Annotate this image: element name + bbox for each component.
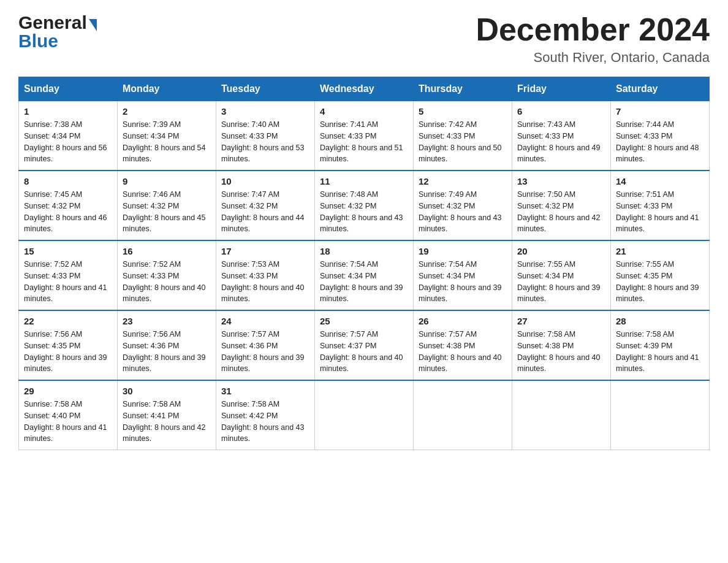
sunrise-label: Sunrise: 7:57 AM bbox=[221, 330, 279, 339]
table-row: 5 Sunrise: 7:42 AM Sunset: 4:33 PM Dayli… bbox=[414, 101, 512, 171]
day-info: Sunrise: 7:39 AM Sunset: 4:34 PM Dayligh… bbox=[123, 119, 211, 165]
day-number: 6 bbox=[517, 106, 605, 117]
day-info: Sunrise: 7:52 AM Sunset: 4:33 PM Dayligh… bbox=[123, 259, 211, 305]
daylight-label: Daylight: 8 hours and 51 minutes. bbox=[320, 144, 403, 164]
day-info: Sunrise: 7:56 AM Sunset: 4:36 PM Dayligh… bbox=[123, 329, 211, 375]
daylight-label: Daylight: 8 hours and 40 minutes. bbox=[419, 353, 502, 373]
sunrise-label: Sunrise: 7:48 AM bbox=[320, 190, 378, 199]
sunset-label: Sunset: 4:33 PM bbox=[320, 132, 376, 140]
sunset-label: Sunset: 4:36 PM bbox=[221, 342, 278, 350]
table-row: 14 Sunrise: 7:51 AM Sunset: 4:33 PM Dayl… bbox=[611, 170, 710, 240]
col-saturday: Saturday bbox=[611, 77, 710, 101]
col-tuesday: Tuesday bbox=[216, 77, 315, 101]
sunset-label: Sunset: 4:33 PM bbox=[123, 272, 179, 280]
sunrise-label: Sunrise: 7:54 AM bbox=[419, 260, 477, 269]
day-info: Sunrise: 7:54 AM Sunset: 4:34 PM Dayligh… bbox=[419, 259, 507, 305]
day-number: 16 bbox=[123, 246, 211, 256]
daylight-label: Daylight: 8 hours and 39 minutes. bbox=[320, 283, 403, 304]
table-row: 22 Sunrise: 7:56 AM Sunset: 4:35 PM Dayl… bbox=[19, 310, 118, 380]
day-number: 25 bbox=[320, 316, 408, 326]
daylight-label: Daylight: 8 hours and 49 minutes. bbox=[517, 144, 601, 164]
sunrise-label: Sunrise: 7:53 AM bbox=[221, 260, 279, 269]
table-row: 30 Sunrise: 7:58 AM Sunset: 4:41 PM Dayl… bbox=[118, 380, 216, 450]
table-row: 4 Sunrise: 7:41 AM Sunset: 4:33 PM Dayli… bbox=[315, 101, 414, 171]
daylight-label: Daylight: 8 hours and 40 minutes. bbox=[123, 283, 206, 304]
daylight-label: Daylight: 8 hours and 41 minutes. bbox=[616, 353, 699, 373]
day-number: 14 bbox=[616, 176, 704, 186]
header-row: Sunday Monday Tuesday Wednesday Thursday… bbox=[19, 77, 710, 101]
day-info: Sunrise: 7:57 AM Sunset: 4:38 PM Dayligh… bbox=[419, 329, 507, 375]
page-header: General Blue December 2024 South River, … bbox=[18, 12, 710, 66]
table-row bbox=[414, 380, 512, 450]
daylight-label: Daylight: 8 hours and 56 minutes. bbox=[24, 144, 107, 164]
day-info: Sunrise: 7:57 AM Sunset: 4:37 PM Dayligh… bbox=[320, 329, 408, 375]
sunset-label: Sunset: 4:40 PM bbox=[24, 412, 80, 420]
col-sunday: Sunday bbox=[19, 77, 118, 101]
sunrise-label: Sunrise: 7:58 AM bbox=[517, 330, 575, 339]
sunrise-label: Sunrise: 7:55 AM bbox=[616, 260, 674, 269]
sunrise-label: Sunrise: 7:45 AM bbox=[24, 190, 82, 199]
daylight-label: Daylight: 8 hours and 45 minutes. bbox=[123, 213, 206, 234]
sunset-label: Sunset: 4:32 PM bbox=[419, 202, 475, 210]
day-info: Sunrise: 7:53 AM Sunset: 4:33 PM Dayligh… bbox=[221, 259, 309, 305]
day-number: 12 bbox=[419, 176, 507, 186]
table-row: 18 Sunrise: 7:54 AM Sunset: 4:34 PM Dayl… bbox=[315, 240, 414, 310]
sunset-label: Sunset: 4:36 PM bbox=[123, 342, 179, 350]
sunset-label: Sunset: 4:32 PM bbox=[517, 202, 574, 210]
daylight-label: Daylight: 8 hours and 43 minutes. bbox=[221, 423, 305, 443]
table-row: 23 Sunrise: 7:56 AM Sunset: 4:36 PM Dayl… bbox=[118, 310, 216, 380]
daylight-label: Daylight: 8 hours and 42 minutes. bbox=[517, 213, 601, 234]
day-info: Sunrise: 7:46 AM Sunset: 4:32 PM Dayligh… bbox=[123, 189, 211, 235]
calendar-row: 8 Sunrise: 7:45 AM Sunset: 4:32 PM Dayli… bbox=[19, 170, 710, 240]
daylight-label: Daylight: 8 hours and 39 minutes. bbox=[123, 353, 206, 373]
daylight-label: Daylight: 8 hours and 40 minutes. bbox=[221, 283, 305, 304]
day-info: Sunrise: 7:58 AM Sunset: 4:39 PM Dayligh… bbox=[616, 329, 704, 375]
day-info: Sunrise: 7:50 AM Sunset: 4:32 PM Dayligh… bbox=[517, 189, 605, 235]
sunrise-label: Sunrise: 7:47 AM bbox=[221, 190, 279, 199]
day-info: Sunrise: 7:41 AM Sunset: 4:33 PM Dayligh… bbox=[320, 119, 408, 165]
table-row: 19 Sunrise: 7:54 AM Sunset: 4:34 PM Dayl… bbox=[414, 240, 512, 310]
table-row: 31 Sunrise: 7:58 AM Sunset: 4:42 PM Dayl… bbox=[216, 380, 315, 450]
table-row bbox=[512, 380, 611, 450]
daylight-label: Daylight: 8 hours and 39 minutes. bbox=[419, 283, 502, 304]
table-row: 28 Sunrise: 7:58 AM Sunset: 4:39 PM Dayl… bbox=[611, 310, 710, 380]
sunrise-label: Sunrise: 7:43 AM bbox=[517, 120, 575, 129]
daylight-label: Daylight: 8 hours and 41 minutes. bbox=[24, 423, 107, 443]
table-row: 6 Sunrise: 7:43 AM Sunset: 4:33 PM Dayli… bbox=[512, 101, 611, 171]
col-monday: Monday bbox=[118, 77, 216, 101]
daylight-label: Daylight: 8 hours and 48 minutes. bbox=[616, 144, 699, 164]
day-number: 1 bbox=[24, 106, 112, 117]
day-number: 27 bbox=[517, 316, 605, 326]
day-info: Sunrise: 7:49 AM Sunset: 4:32 PM Dayligh… bbox=[419, 189, 507, 235]
table-row bbox=[315, 380, 414, 450]
sunrise-label: Sunrise: 7:57 AM bbox=[419, 330, 477, 339]
day-number: 4 bbox=[320, 106, 408, 117]
sunrise-label: Sunrise: 7:54 AM bbox=[320, 260, 378, 269]
sunrise-label: Sunrise: 7:41 AM bbox=[320, 120, 378, 129]
table-row: 29 Sunrise: 7:58 AM Sunset: 4:40 PM Dayl… bbox=[19, 380, 118, 450]
day-number: 19 bbox=[419, 246, 507, 256]
sunrise-label: Sunrise: 7:55 AM bbox=[517, 260, 575, 269]
sunrise-label: Sunrise: 7:51 AM bbox=[616, 190, 674, 199]
table-row: 25 Sunrise: 7:57 AM Sunset: 4:37 PM Dayl… bbox=[315, 310, 414, 380]
sunrise-label: Sunrise: 7:42 AM bbox=[419, 120, 477, 129]
calendar-row: 1 Sunrise: 7:38 AM Sunset: 4:34 PM Dayli… bbox=[19, 101, 710, 171]
table-row: 13 Sunrise: 7:50 AM Sunset: 4:32 PM Dayl… bbox=[512, 170, 611, 240]
table-row: 2 Sunrise: 7:39 AM Sunset: 4:34 PM Dayli… bbox=[118, 101, 216, 171]
table-row: 21 Sunrise: 7:55 AM Sunset: 4:35 PM Dayl… bbox=[611, 240, 710, 310]
table-row: 27 Sunrise: 7:58 AM Sunset: 4:38 PM Dayl… bbox=[512, 310, 611, 380]
sunrise-label: Sunrise: 7:38 AM bbox=[24, 120, 82, 129]
table-row: 15 Sunrise: 7:52 AM Sunset: 4:33 PM Dayl… bbox=[19, 240, 118, 310]
col-friday: Friday bbox=[512, 77, 611, 101]
table-row: 12 Sunrise: 7:49 AM Sunset: 4:32 PM Dayl… bbox=[414, 170, 512, 240]
table-row: 11 Sunrise: 7:48 AM Sunset: 4:32 PM Dayl… bbox=[315, 170, 414, 240]
day-info: Sunrise: 7:42 AM Sunset: 4:33 PM Dayligh… bbox=[419, 119, 507, 165]
table-row: 9 Sunrise: 7:46 AM Sunset: 4:32 PM Dayli… bbox=[118, 170, 216, 240]
sunrise-label: Sunrise: 7:49 AM bbox=[419, 190, 477, 199]
day-number: 24 bbox=[221, 316, 309, 326]
sunset-label: Sunset: 4:33 PM bbox=[616, 132, 672, 140]
sunset-label: Sunset: 4:39 PM bbox=[616, 342, 672, 350]
day-info: Sunrise: 7:47 AM Sunset: 4:32 PM Dayligh… bbox=[221, 189, 309, 235]
sunrise-label: Sunrise: 7:57 AM bbox=[320, 330, 378, 339]
day-number: 23 bbox=[123, 316, 211, 326]
